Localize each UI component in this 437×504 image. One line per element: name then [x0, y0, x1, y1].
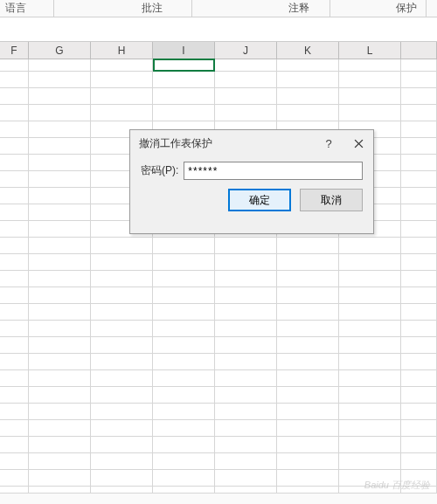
- table-row[interactable]: [0, 404, 437, 420]
- ribbon-tab-note[interactable]: 注释: [192, 0, 330, 17]
- dialog-titlebar[interactable]: 撤消工作表保护 ?: [130, 130, 373, 156]
- ribbon-tab-protect[interactable]: 保护: [330, 0, 427, 17]
- password-label: 密码(P):: [141, 163, 178, 178]
- table-row[interactable]: [0, 271, 437, 287]
- col-header-h[interactable]: H: [91, 42, 153, 59]
- footer-bar: [0, 493, 437, 504]
- dialog-buttons: 确定 取消: [130, 183, 373, 211]
- col-header-g[interactable]: G: [29, 42, 91, 59]
- ribbon-tab-comment[interactable]: 批注: [54, 0, 192, 17]
- table-row[interactable]: [0, 370, 437, 387]
- col-header-f[interactable]: F: [0, 42, 29, 59]
- ribbon-tab-language[interactable]: 语言: [0, 0, 54, 17]
- ok-button[interactable]: 确定: [228, 189, 291, 211]
- table-row[interactable]: [0, 254, 437, 271]
- col-header-l[interactable]: L: [339, 42, 401, 59]
- col-header-i[interactable]: I: [153, 42, 215, 59]
- table-row[interactable]: [0, 304, 437, 321]
- unprotect-sheet-dialog: 撤消工作表保护 ? 密码(P): 确定 取消: [129, 129, 374, 234]
- column-headers: F G H I J K L: [0, 42, 437, 59]
- help-button[interactable]: ?: [314, 130, 343, 156]
- ribbon: 语言 批注 注释 保护: [0, 0, 437, 17]
- table-row[interactable]: [0, 387, 437, 404]
- close-icon: [354, 139, 364, 148]
- dialog-body: 密码(P):: [130, 156, 373, 183]
- table-row[interactable]: [0, 105, 437, 121]
- col-header-spacer: [401, 42, 437, 59]
- table-row[interactable]: [0, 453, 437, 470]
- password-input[interactable]: [184, 162, 363, 180]
- col-header-k[interactable]: K: [277, 42, 339, 59]
- table-row[interactable]: [0, 354, 437, 370]
- table-row[interactable]: [0, 337, 437, 354]
- table-row[interactable]: [0, 287, 437, 304]
- spreadsheet-grid[interactable]: // placeholder; rows generated below aft…: [0, 59, 437, 503]
- close-button[interactable]: [343, 130, 373, 156]
- table-row[interactable]: [0, 238, 437, 254]
- table-row[interactable]: [0, 437, 437, 453]
- table-row[interactable]: [0, 59, 437, 72]
- col-header-j[interactable]: J: [215, 42, 277, 59]
- table-row[interactable]: [0, 420, 437, 437]
- table-row[interactable]: [0, 72, 437, 88]
- table-row[interactable]: [0, 321, 437, 337]
- cancel-button[interactable]: 取消: [300, 189, 363, 211]
- table-row[interactable]: [0, 470, 437, 487]
- table-row[interactable]: [0, 88, 437, 105]
- dialog-title: 撤消工作表保护: [139, 136, 314, 151]
- ribbon-gap: [0, 17, 437, 42]
